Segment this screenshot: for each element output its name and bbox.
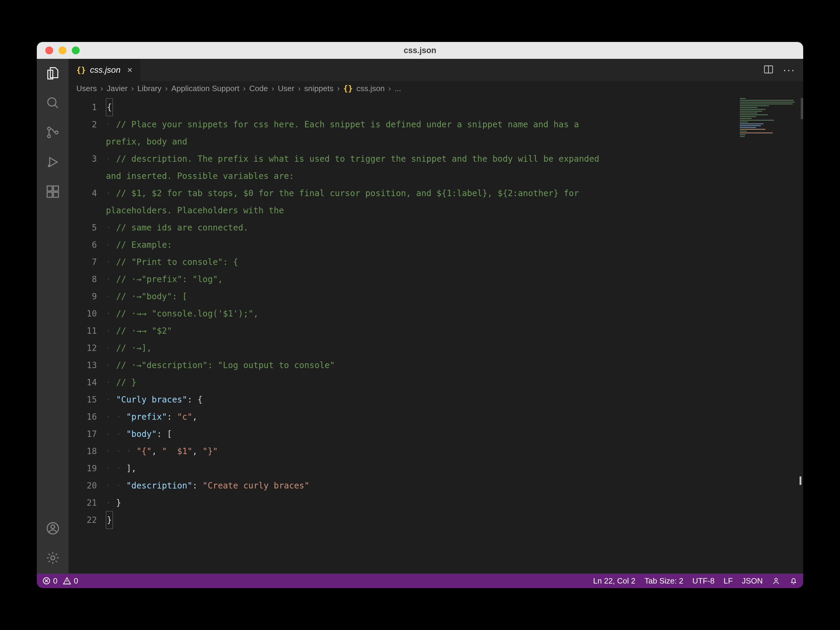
line-number: 2 bbox=[68, 116, 97, 133]
minimap[interactable] bbox=[737, 96, 803, 162]
code-line[interactable]: · // Example: bbox=[106, 236, 803, 253]
line-number: 11 bbox=[68, 322, 97, 339]
code-line[interactable]: placeholders. Placeholders with the bbox=[106, 202, 803, 219]
account-icon[interactable] bbox=[45, 521, 61, 536]
breadcrumb[interactable]: Users › Javier › Library › Application S… bbox=[68, 81, 803, 96]
line-number: 8 bbox=[68, 271, 97, 288]
line-number: 15 bbox=[68, 391, 97, 408]
code-line[interactable]: · // ·→"prefix": "log", bbox=[106, 271, 803, 288]
code-line[interactable]: · // $1, $2 for tab stops, $0 for the fi… bbox=[106, 185, 803, 202]
status-tab-size[interactable]: Tab Size: 2 bbox=[644, 576, 684, 586]
close-tab-icon[interactable]: × bbox=[127, 65, 133, 75]
breadcrumb-item[interactable]: Code bbox=[249, 84, 268, 93]
search-icon[interactable] bbox=[45, 95, 61, 111]
code-line[interactable]: · } bbox=[106, 494, 803, 512]
code-line[interactable]: · · ], bbox=[106, 460, 803, 477]
line-number: 10 bbox=[68, 305, 97, 322]
line-number: 22 bbox=[68, 512, 97, 529]
line-number: 20 bbox=[68, 477, 97, 494]
breadcrumb-tail: ... bbox=[395, 84, 401, 93]
window-title: css.json bbox=[37, 46, 803, 55]
code-line[interactable]: · // } bbox=[106, 374, 803, 391]
line-number-gutter: 12345678910111213141516171819202122 bbox=[68, 96, 106, 573]
code-line[interactable]: · · · "{", " $1", "}" bbox=[106, 443, 803, 460]
code-line[interactable]: } bbox=[106, 512, 803, 529]
status-warnings-count: 0 bbox=[74, 576, 78, 586]
close-window-button[interactable] bbox=[45, 46, 53, 54]
code-line[interactable]: · // ·→→ "console.log('$1');", bbox=[106, 305, 803, 322]
titlebar: css.json bbox=[37, 42, 803, 59]
svg-point-3 bbox=[55, 131, 58, 134]
line-number bbox=[68, 202, 97, 219]
svg-rect-7 bbox=[54, 192, 58, 197]
line-number bbox=[68, 133, 97, 150]
line-number: 13 bbox=[68, 357, 97, 374]
code-line[interactable]: · // description. The prefix is what is … bbox=[106, 150, 803, 167]
app-window: css.json bbox=[37, 42, 803, 588]
svg-rect-8 bbox=[54, 186, 58, 191]
status-eol[interactable]: LF bbox=[723, 576, 733, 586]
breadcrumb-file[interactable]: css.json bbox=[356, 84, 385, 93]
line-number: 21 bbox=[68, 494, 97, 512]
line-number: 12 bbox=[68, 339, 97, 357]
code-line[interactable]: and inserted. Possible variables are: bbox=[106, 167, 803, 185]
line-number bbox=[68, 167, 97, 185]
breadcrumb-item[interactable]: Application Support bbox=[171, 84, 239, 93]
code-line[interactable]: · // ·→→ "$2" bbox=[106, 322, 803, 339]
svg-point-1 bbox=[47, 127, 51, 130]
split-editor-icon[interactable] bbox=[763, 64, 774, 76]
tab-css-json[interactable]: {} css.json × bbox=[68, 59, 141, 81]
line-number: 3 bbox=[68, 150, 97, 167]
line-number: 17 bbox=[68, 425, 97, 443]
code-line[interactable]: · · "prefix": "c", bbox=[106, 408, 803, 425]
feedback-icon[interactable] bbox=[772, 576, 780, 585]
status-problems[interactable]: 0 0 bbox=[42, 576, 78, 586]
line-number: 16 bbox=[68, 408, 97, 425]
svg-point-14 bbox=[775, 578, 777, 581]
code-line[interactable]: prefix, body and bbox=[106, 133, 803, 150]
breadcrumb-item[interactable]: Users bbox=[76, 84, 97, 93]
svg-point-10 bbox=[51, 525, 55, 529]
code-line[interactable]: · // ·→], bbox=[106, 339, 803, 357]
line-number: 1 bbox=[68, 99, 97, 116]
line-number: 4 bbox=[68, 185, 97, 202]
settings-gear-icon[interactable] bbox=[45, 550, 61, 566]
breadcrumb-item[interactable]: Javier bbox=[107, 84, 128, 93]
status-cursor-position[interactable]: Ln 22, Col 2 bbox=[593, 576, 635, 586]
minimize-window-button[interactable] bbox=[58, 46, 66, 54]
status-language-mode[interactable]: JSON bbox=[742, 576, 763, 586]
editor-area: {} css.json × ··· Users › Javier › Libra… bbox=[68, 59, 803, 573]
breadcrumb-item[interactable]: User bbox=[278, 84, 294, 93]
zoom-window-button[interactable] bbox=[72, 46, 80, 54]
code-line[interactable]: · // "Print to console": { bbox=[106, 253, 803, 271]
notifications-bell-icon[interactable] bbox=[789, 576, 798, 585]
tab-label: css.json bbox=[90, 65, 120, 75]
code-line[interactable]: · // ·→"body": [ bbox=[106, 288, 803, 305]
extensions-icon[interactable] bbox=[45, 184, 61, 199]
status-errors-count: 0 bbox=[53, 576, 57, 586]
line-number: 6 bbox=[68, 236, 97, 253]
explorer-icon[interactable] bbox=[45, 65, 61, 81]
activity-bar bbox=[37, 59, 68, 573]
minimap-scroll-indicator[interactable] bbox=[801, 98, 803, 119]
breadcrumb-item[interactable]: snippets bbox=[304, 84, 333, 93]
code-line[interactable]: · // same ids are connected. bbox=[106, 219, 803, 236]
code-content[interactable]: {· // Place your snippets for css here. … bbox=[106, 96, 803, 573]
svg-point-4 bbox=[48, 164, 50, 167]
status-encoding[interactable]: UTF-8 bbox=[692, 576, 715, 586]
line-number: 14 bbox=[68, 374, 97, 391]
code-line[interactable]: · · "description": "Create curly braces" bbox=[106, 477, 803, 494]
code-line[interactable]: · // Place your snippets for css here. E… bbox=[106, 116, 803, 133]
breadcrumb-item[interactable]: Library bbox=[137, 84, 161, 93]
code-line[interactable]: · // ·→"description": "Log output to con… bbox=[106, 357, 803, 374]
code-line[interactable]: { bbox=[106, 99, 803, 116]
code-editor[interactable]: 12345678910111213141516171819202122 {· /… bbox=[68, 96, 803, 573]
run-debug-icon[interactable] bbox=[45, 154, 61, 170]
svg-rect-5 bbox=[47, 186, 52, 191]
svg-point-11 bbox=[51, 556, 55, 560]
code-line[interactable]: · "Curly braces": { bbox=[106, 391, 803, 408]
source-control-icon[interactable] bbox=[45, 125, 61, 140]
code-line[interactable]: · · "body": [ bbox=[106, 425, 803, 443]
line-number: 19 bbox=[68, 460, 97, 477]
line-number: 9 bbox=[68, 288, 97, 305]
